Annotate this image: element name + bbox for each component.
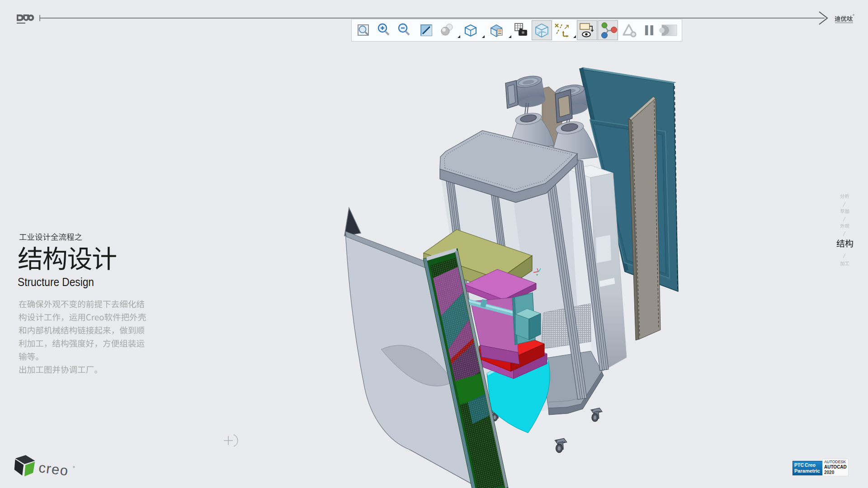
svg-text:AUTOCAD: AUTOCAD	[824, 465, 847, 469]
svg-text:PTC Creo: PTC Creo	[794, 462, 816, 468]
svg-text:Parametric: Parametric	[794, 468, 820, 474]
svg-text:creo: creo	[38, 460, 70, 479]
svg-text:Structure Design: Structure Design	[18, 275, 94, 289]
svg-text:AUTODESK: AUTODESK	[824, 460, 846, 464]
svg-text:2020: 2020	[824, 470, 835, 475]
